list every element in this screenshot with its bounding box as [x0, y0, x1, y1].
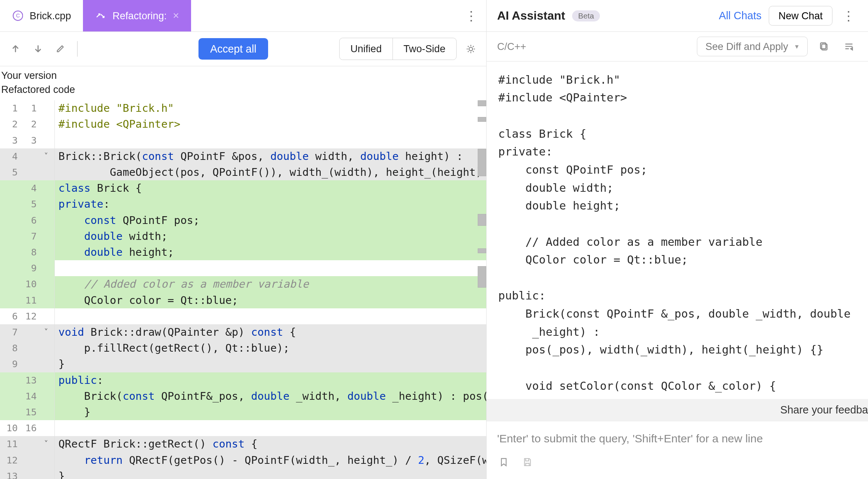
line-number-right	[19, 436, 38, 452]
code-line[interactable]: 8 p.fillRect(getRect(), Qt::blue);	[0, 340, 486, 356]
code-line[interactable]: 7 double width;	[0, 228, 486, 244]
code-text: const QPointF pos;	[55, 212, 486, 228]
code-line[interactable]: 5 GameObject(pos, QPointF()), width_(wid…	[0, 164, 486, 180]
code-line[interactable]: 13}	[0, 468, 486, 479]
code-line[interactable]: 9}	[0, 356, 486, 372]
code-line[interactable]: 11 QColor color = Qt::blue;	[0, 292, 486, 308]
fold-icon	[38, 308, 54, 324]
tab-refactoring[interactable]: Refactoring: ✕	[83, 0, 191, 31]
next-change-icon[interactable]	[30, 41, 46, 57]
line-number-left: 4	[0, 148, 19, 164]
fold-icon	[38, 164, 54, 180]
code-text: private:	[55, 196, 486, 212]
code-line[interactable]: 5private:	[0, 196, 486, 212]
code-line[interactable]: 4class Brick {	[0, 180, 486, 196]
copy-icon[interactable]	[816, 38, 832, 55]
save-icon[interactable]	[521, 455, 534, 468]
line-number-right: 14	[19, 388, 38, 404]
cpp-file-icon: C	[12, 10, 24, 22]
line-number-left	[0, 244, 19, 260]
code-line[interactable]: 15 }	[0, 404, 486, 420]
line-number-left: 9	[0, 356, 19, 372]
fold-icon	[38, 244, 54, 260]
close-icon[interactable]: ✕	[173, 11, 179, 21]
prev-change-icon[interactable]	[7, 41, 24, 57]
fold-icon	[38, 356, 54, 372]
view-mode-unified[interactable]: Unified	[340, 38, 393, 60]
code-line[interactable]: 12 return QRectF(getPos() - QPointF(widt…	[0, 452, 486, 468]
line-number-right: 7	[19, 228, 38, 244]
refactored-code-label: Refactored code	[1, 83, 486, 97]
view-mode-segment[interactable]: Unified Two-Side	[339, 38, 456, 60]
svg-point-2	[469, 47, 473, 51]
fold-icon	[38, 260, 54, 276]
code-line[interactable]: 13public:	[0, 372, 486, 388]
gear-icon[interactable]	[463, 41, 479, 57]
code-line[interactable]: 4˅Brick::Brick(const QPointF &pos, doubl…	[0, 148, 486, 164]
tab-brick-cpp[interactable]: C Brick.cpp	[0, 0, 83, 31]
code-text: public:	[55, 372, 486, 388]
bookmark-icon[interactable]	[497, 455, 510, 468]
code-text: return QRectF(getPos() - QPointF(width_,…	[55, 452, 486, 468]
refactor-icon	[95, 10, 107, 22]
code-line[interactable]: 11#include "Brick.h"	[0, 100, 486, 116]
fold-icon	[38, 212, 54, 228]
code-line[interactable]: 1016	[0, 420, 486, 436]
all-chats-link[interactable]: All Chats	[719, 10, 761, 22]
tab-label: Brick.cpp	[30, 10, 71, 22]
fold-icon[interactable]: ˅	[38, 148, 54, 164]
code-text: p.fillRect(getRect(), Qt::blue);	[55, 340, 486, 356]
code-line[interactable]: 612	[0, 308, 486, 324]
code-line[interactable]: 9	[0, 260, 486, 276]
accept-all-button[interactable]: Accept all	[198, 38, 268, 60]
fold-icon	[38, 404, 54, 420]
code-line[interactable]: 11˅QRectF Brick::getRect() const {	[0, 436, 486, 452]
fold-icon[interactable]: ˅	[38, 436, 54, 452]
see-diff-label: See Diff and Apply	[705, 41, 788, 53]
diff-editor[interactable]: 11#include "Brick.h"22#include <QPainter…	[0, 100, 486, 479]
line-number-right: 5	[19, 196, 38, 212]
code-line[interactable]: 8 double height;	[0, 244, 486, 260]
code-line[interactable]: 14 Brick(const QPointF&_pos, double _wid…	[0, 388, 486, 404]
line-number-left: 3	[0, 133, 19, 148]
feedback-link[interactable]: Share your feedba	[487, 399, 868, 421]
see-diff-apply-button[interactable]: See Diff and Apply ▾	[697, 37, 808, 56]
fold-icon	[38, 388, 54, 404]
line-number-left: 8	[0, 340, 19, 356]
code-text: void Brick::draw(QPainter &p) const {	[55, 324, 486, 340]
code-line[interactable]: 7˅void Brick::draw(QPainter &p) const {	[0, 324, 486, 340]
tab-overflow-menu[interactable]: ⋮	[457, 0, 486, 31]
line-number-right	[19, 468, 38, 479]
ai-response-body[interactable]: #include "Brick.h" #include <QPainter> c…	[487, 61, 868, 399]
fold-icon	[38, 133, 54, 148]
fold-icon	[38, 340, 54, 356]
wrap-lines-icon[interactable]	[841, 38, 857, 55]
new-chat-button[interactable]: New Chat	[769, 6, 833, 26]
code-text: }	[55, 404, 486, 420]
edit-icon[interactable]	[52, 41, 69, 57]
separator	[77, 41, 78, 57]
chevron-down-icon[interactable]: ▾	[795, 42, 799, 51]
line-number-left	[0, 388, 19, 404]
code-line[interactable]: 10 // Added color as a member variable	[0, 276, 486, 292]
code-line[interactable]: 22#include <QPainter>	[0, 116, 486, 132]
line-number-right: 12	[19, 308, 38, 324]
code-line[interactable]: 6 const QPointF pos;	[0, 212, 486, 228]
beta-badge: Beta	[572, 10, 600, 21]
view-mode-two-side[interactable]: Two-Side	[393, 38, 456, 60]
fold-icon	[38, 180, 54, 196]
line-number-right: 11	[19, 292, 38, 308]
marker-strip[interactable]	[478, 100, 486, 479]
line-number-left	[0, 228, 19, 244]
fold-icon	[38, 468, 54, 479]
chat-input[interactable]	[497, 432, 857, 445]
your-version-label: Your version	[1, 68, 486, 83]
line-number-left: 1	[0, 100, 19, 116]
fold-icon[interactable]: ˅	[38, 324, 54, 340]
code-line[interactable]: 33	[0, 133, 486, 148]
line-number-right: 10	[19, 276, 38, 292]
line-number-right: 15	[19, 404, 38, 420]
ai-menu-icon[interactable]: ⋮	[839, 8, 857, 23]
line-number-right	[19, 148, 38, 164]
line-number-right	[19, 340, 38, 356]
